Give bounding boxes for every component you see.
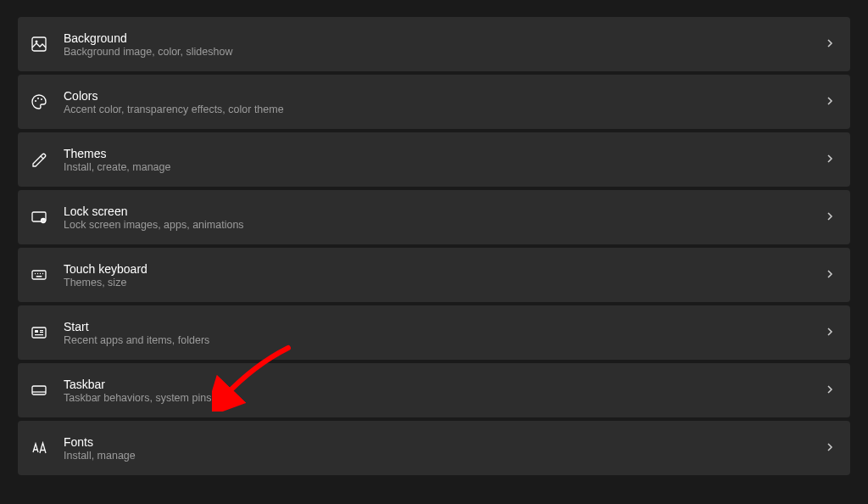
item-text: Taskbar Taskbar behaviors, system pins [64,378,810,404]
item-title: Start [64,320,810,333]
item-title: Colors [64,89,810,103]
item-text: Colors Accent color, transparency effect… [64,89,810,115]
settings-item-start[interactable]: Start Recent apps and items, folders [18,305,850,360]
chevron-right-icon [825,152,835,167]
item-title: Touch keyboard [64,262,810,276]
settings-item-themes[interactable]: Themes Install, create, manage [18,132,850,187]
item-text: Lock screen Lock screen images, apps, an… [64,204,810,231]
chevron-right-icon [825,267,835,283]
item-text: Touch keyboard Themes, size [64,262,810,288]
svg-rect-17 [40,332,43,333]
item-text: Background Background image, color, slid… [64,31,810,58]
touchkeyboard-icon [30,266,48,284]
fonts-icon [30,439,48,457]
item-title: Taskbar [64,378,810,391]
item-desc: Lock screen images, apps, animations [64,219,810,231]
svg-point-4 [41,98,42,100]
svg-rect-0 [32,37,46,51]
svg-rect-19 [32,386,46,395]
svg-point-12 [42,273,43,274]
item-desc: Install, create, manage [64,161,810,173]
item-title: Fonts [64,435,810,449]
chevron-right-icon [825,94,835,109]
settings-item-fonts[interactable]: Fonts Install, manage [18,421,850,475]
item-title: Lock screen [64,204,810,218]
item-text: Fonts Install, manage [64,435,810,462]
svg-rect-13 [36,276,42,277]
item-desc: Recent apps and items, folders [64,334,810,346]
item-desc: Background image, color, slideshow [64,46,810,58]
item-desc: Taskbar behaviors, system pins [64,392,810,404]
settings-item-colors[interactable]: Colors Accent color, transparency effect… [18,75,850,129]
item-desc: Themes, size [64,277,810,288]
settings-item-background[interactable]: Background Background image, color, slid… [18,17,850,71]
background-icon [30,35,48,53]
settings-item-touchkeyboard[interactable]: Touch keyboard Themes, size [18,248,850,302]
colors-icon [30,92,48,111]
item-text: Themes Install, create, manage [64,147,810,173]
svg-rect-16 [40,330,43,331]
svg-point-11 [40,273,41,274]
chevron-right-icon [825,383,835,398]
item-title: Background [64,31,810,45]
item-title: Themes [64,147,810,160]
chevron-right-icon [825,440,835,456]
svg-point-2 [35,100,36,102]
personalization-settings-list: Background Background image, color, slid… [18,17,850,475]
lockscreen-icon [30,208,48,227]
themes-icon [30,150,48,169]
svg-point-10 [37,273,38,274]
chevron-right-icon [825,325,835,340]
svg-rect-8 [32,271,46,279]
svg-rect-15 [35,330,38,333]
taskbar-icon [30,381,48,400]
chevron-right-icon [825,36,835,52]
item-desc: Install, manage [64,450,810,462]
svg-point-9 [35,273,36,274]
item-text: Start Recent apps and items, folders [64,320,810,346]
item-desc: Accent color, transparency effects, colo… [64,104,810,115]
settings-item-taskbar[interactable]: Taskbar Taskbar behaviors, system pins [18,363,850,417]
settings-item-lockscreen[interactable]: Lock screen Lock screen images, apps, an… [18,190,850,244]
chevron-right-icon [825,210,835,225]
svg-point-1 [36,41,38,43]
start-icon [30,323,48,342]
svg-rect-18 [35,334,43,335]
svg-rect-14 [32,328,46,338]
svg-point-3 [37,98,39,99]
